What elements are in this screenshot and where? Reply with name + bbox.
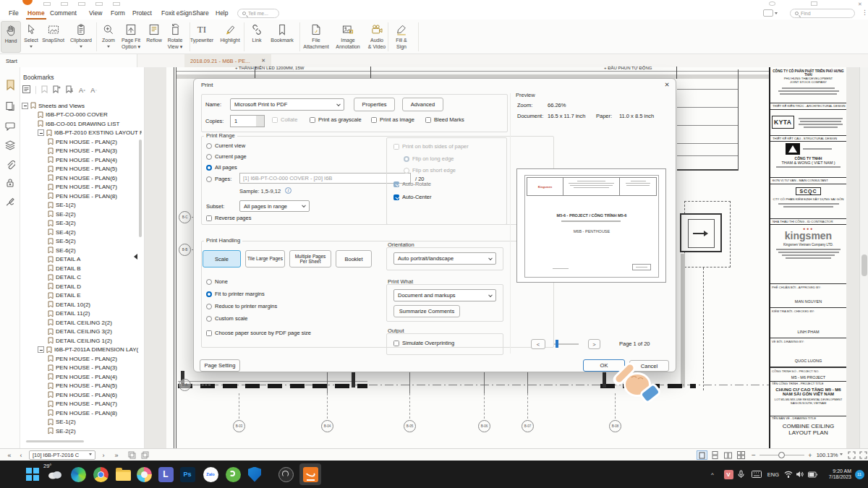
bookmark-item[interactable]: PEN HOUSE - PLAN(3) [20,364,142,373]
wifi-icon[interactable] [783,461,793,488]
layers-panel-icon[interactable] [4,140,16,151]
bookmark-item[interactable]: DETAIL A [20,255,142,265]
snapshot-button[interactable]: SnapShot [40,21,67,53]
typewriter-button[interactable]: TI Typewriter [187,21,216,53]
zoom-button[interactable]: Zoom [98,21,119,53]
menu-item[interactable]: Share [191,7,210,20]
tab-start[interactable]: Start [0,54,137,67]
bookmark-item[interactable]: DETAIL C [20,273,142,283]
bookmark-item[interactable]: PEN HOUSE - PLAN(8) [20,192,142,201]
facing-continuous-view-icon[interactable] [736,449,746,461]
panel-scrollbar-thumb[interactable] [139,140,142,237]
clipboard-button[interactable]: Clipboard [67,21,95,53]
bookmark-item[interactable]: DETAIL E [20,291,142,301]
single-page-view-icon[interactable] [697,450,707,460]
preview-slider-thumb[interactable] [556,340,558,348]
menu-item[interactable]: Comment [48,7,78,20]
qat-print-icon[interactable] [78,2,85,6]
menu-item[interactable]: Form [109,7,127,20]
bookmark-item[interactable]: PEN HOUSE - PLAN(4) [20,372,142,382]
start-button[interactable] [24,466,41,483]
bookmark-item[interactable]: SE-6(2) [20,246,142,255]
menu-item[interactable]: View [88,7,103,20]
zoom-percent[interactable]: 100.13% [816,449,843,461]
current-view-radio[interactable]: Current view [206,142,245,149]
delete-bookmark-icon[interactable] [41,85,48,95]
bookmark-item[interactable]: PEN HOUSE - PLAN(5) [20,165,142,174]
bookmark-item[interactable]: SE-3(2) [20,219,142,228]
bookmark-item[interactable]: I6B-PT-2010 EXSTING LAYOUT P [20,129,142,138]
scale-tab-button[interactable]: Scale [203,250,241,267]
weather-widget[interactable]: 29° [42,466,68,483]
touch-keyboard-icon[interactable] [750,461,762,488]
battery-icon[interactable] [807,461,819,488]
link-button[interactable]: Link [247,21,266,53]
expand-options-icon[interactable] [22,85,30,95]
expand-text-icon[interactable]: A⁺ [79,87,85,94]
notification-badge[interactable]: 11 [854,461,865,488]
menu-item[interactable]: File [7,7,20,20]
properties-button[interactable]: Properties [354,98,395,111]
booklet-tab-button[interactable]: Booklet [336,250,372,267]
paper-source-checkbox[interactable]: Choose paper source by PDF page size [206,330,311,336]
zoom-out-button[interactable]: − [749,449,758,461]
rotate-view-button[interactable]: Rotate View ▾ [164,21,186,53]
collapse-panel-icon[interactable] [131,254,137,260]
bookmark-item[interactable]: I6B-CO-001 DRAWING LIST [20,119,142,129]
page-setting-button[interactable]: Page Setting [200,359,240,372]
microphone-icon[interactable] [736,461,746,488]
windows-security-icon[interactable] [246,466,263,483]
bookmark-item[interactable]: Sheets and Views [20,101,142,111]
image-annotation-button[interactable]: Image Annotation [332,21,364,53]
collapse-icon[interactable] [38,346,44,353]
copies-input[interactable]: 1 [230,115,265,127]
bookmark-item[interactable]: SE-1(2) [20,201,142,210]
close-window-icon[interactable]: ✕ [858,1,864,6]
pages-panel-icon[interactable] [4,100,16,112]
page-number-field[interactable]: [10] I6B-PT-2016 C [29,450,95,460]
simulate-overprinting-checkbox[interactable]: Simulate Overprinting [393,340,454,346]
share-doc-icon[interactable] [769,1,775,6]
highlight-button[interactable]: Highlight [216,21,244,53]
add-bookmark-icon[interactable] [53,85,61,95]
page-fit-option-button[interactable]: Page Fit Option ▾ [119,21,143,53]
subset-select[interactable]: All pages in range [239,200,310,212]
bookmark-item[interactable]: DETAIL CEILING 3(2) [20,328,142,337]
bookmark-item[interactable]: SE-4(2) [20,228,142,237]
zoom-in-button[interactable]: + [806,449,814,461]
photoshop-icon[interactable]: Ps [179,466,196,483]
more-options-icon[interactable]: ⋮ [861,9,868,16]
qat-undo-icon[interactable] [95,2,103,6]
bookmark-item[interactable]: DETAIL 11(2) [20,309,142,319]
l-app-icon[interactable]: L [157,466,174,483]
bookmark-item[interactable]: I6B-PT-2011A DIMENSION LAY( [20,346,142,355]
multiple-pages-tab-button[interactable]: Multiple Pages Per Sheet [289,250,331,267]
tell-me-search[interactable]: Tell me... [237,9,279,18]
current-page-radio[interactable]: Current page [206,153,247,160]
audio-video-button[interactable]: Audio & Video [365,21,388,53]
scale-none-radio[interactable]: None [206,278,228,285]
reflow-button[interactable]: Reflow [143,21,165,53]
bookmark-item[interactable]: DETAIL D [20,282,142,291]
reverse-pages-checkbox[interactable]: Reverse pages [206,215,251,221]
bookmark-button[interactable]: Bookmark [268,21,296,53]
zoom-slider-thumb[interactable] [778,452,785,458]
collapse-icon[interactable] [22,103,28,109]
facing-view-icon[interactable] [723,449,733,461]
menu-item[interactable]: Home [26,7,46,20]
bookmark-item[interactable]: DETAIL CEILING 1(2) [20,336,142,346]
foxit-taskbar-icon[interactable] [299,463,321,485]
summarize-comments-button[interactable]: Summarize Comments [393,305,460,317]
bookmark-item[interactable]: PEN HOUSE - PLAN(7) [20,183,142,192]
fit-margins-radio[interactable]: Fit to printer margins [206,291,265,297]
signature-panel-icon[interactable] [4,196,16,207]
collate-checkbox[interactable]: Collate [272,116,297,123]
bookmark-item[interactable]: PEN HOUSE - PLAN(8) [20,408,142,418]
prev-view-icon[interactable] [127,449,137,461]
next-view-icon[interactable] [140,449,150,461]
volume-icon[interactable] [794,461,805,488]
find-box[interactable]: Find [790,9,855,18]
bookmark-item[interactable]: PEN HOUSE - PLAN(6) [20,390,142,400]
bleed-marks-checkbox[interactable]: Bleed Marks [425,116,464,123]
advanced-button[interactable]: Advanced [402,98,443,111]
